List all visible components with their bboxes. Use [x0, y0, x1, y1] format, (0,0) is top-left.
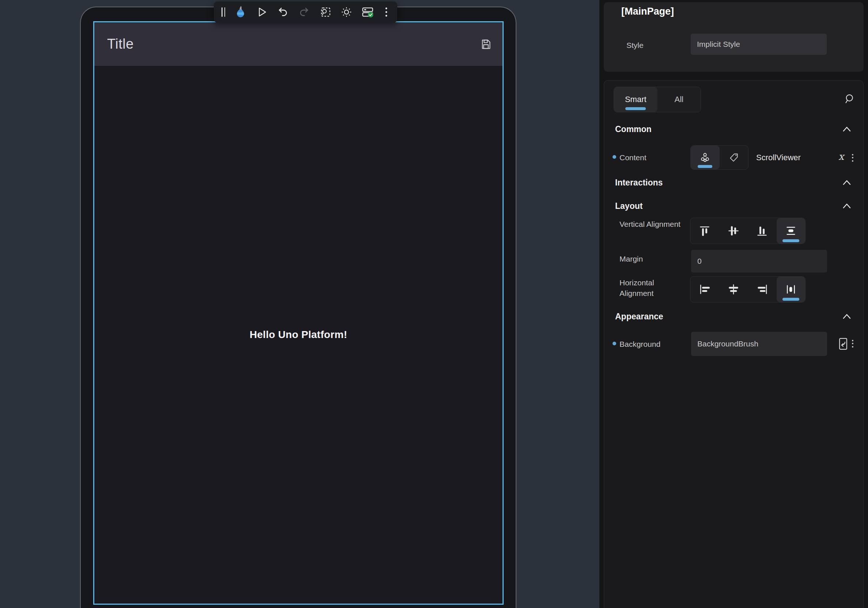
more-options-icon[interactable] — [382, 4, 391, 20]
vertical-alignment-label: Vertical Alignment — [620, 219, 682, 229]
content-editor-toggle — [690, 145, 749, 170]
collapse-layout-chevron-icon[interactable] — [840, 201, 854, 211]
valign-stretch-button[interactable] — [777, 218, 806, 244]
save-icon[interactable] — [480, 39, 491, 50]
content-value[interactable]: ScrollViewer — [756, 153, 801, 162]
content-editor-tag-button[interactable] — [720, 146, 749, 169]
content-label: Content — [620, 152, 646, 163]
tab-smart-label: Smart — [625, 95, 646, 104]
tab-all[interactable]: All — [657, 87, 701, 112]
property-filter-tabs: Smart All — [614, 87, 701, 112]
horizontal-alignment-label: Horizontal Alignment — [620, 277, 682, 299]
margin-label: Margin — [620, 253, 643, 264]
tab-active-indicator — [625, 107, 646, 110]
hot-design-toolbar[interactable] — [214, 2, 397, 23]
halign-center-button[interactable] — [719, 277, 748, 302]
app-title-bar[interactable]: Title — [94, 22, 502, 66]
server-status-icon[interactable] — [361, 4, 375, 20]
collapse-common-chevron-icon[interactable] — [840, 124, 854, 135]
halign-active-indicator — [783, 298, 799, 301]
valign-center-button[interactable] — [719, 218, 748, 244]
greeting-textblock[interactable]: Hello Uno Platform! — [250, 329, 347, 341]
app-title-text: Title — [107, 36, 134, 52]
theme-toggle-icon[interactable] — [339, 4, 353, 20]
background-input[interactable]: BackgroundBrush — [691, 332, 827, 356]
properties-sections: Smart All Common Content — [604, 80, 863, 608]
content-modified-indicator — [612, 155, 616, 159]
background-resource-icon[interactable] — [837, 336, 850, 352]
background-more-options-icon[interactable] — [848, 337, 857, 350]
tab-all-label: All — [675, 95, 684, 104]
background-modified-indicator — [612, 342, 616, 345]
properties-panel: [MainPage] Style Implicit Style Smart Al… — [599, 0, 868, 608]
margin-input[interactable]: 0 — [691, 250, 827, 272]
content-editor-active-indicator — [698, 165, 712, 168]
selected-page-preview[interactable]: Title Hello Uno Platform! — [93, 21, 504, 605]
content-binding-x-icon[interactable]: x — [839, 151, 844, 162]
section-interactions: Interactions — [615, 178, 663, 188]
content-editor-hierarchy-button[interactable] — [691, 146, 720, 169]
selected-element-name: [MainPage] — [621, 6, 674, 17]
inspect-element-icon[interactable] — [318, 4, 332, 20]
undo-button[interactable] — [276, 4, 290, 20]
page-content-area[interactable]: Hello Uno Platform! — [94, 66, 502, 603]
hot-design-flame-icon[interactable] — [234, 4, 247, 20]
tab-smart[interactable]: Smart — [614, 87, 657, 112]
toolbar-drag-handle-icon[interactable] — [220, 4, 226, 20]
style-input[interactable]: Implicit Style — [691, 34, 827, 55]
play-button[interactable] — [255, 4, 269, 20]
selected-element-card: [MainPage] Style Implicit Style — [604, 2, 863, 72]
valign-bottom-button[interactable] — [748, 218, 777, 244]
vertical-alignment-group — [690, 218, 806, 244]
redo-button[interactable] — [297, 4, 311, 20]
halign-right-button[interactable] — [748, 277, 777, 302]
background-label: Background — [620, 339, 660, 349]
valign-top-button[interactable] — [690, 218, 719, 244]
section-common: Common — [615, 124, 652, 134]
collapse-interactions-chevron-icon[interactable] — [840, 177, 854, 188]
horizontal-alignment-group — [690, 276, 806, 303]
style-label: Style — [626, 41, 643, 50]
design-canvas[interactable]: Title Hello Uno Platform! — [0, 0, 599, 608]
section-appearance: Appearance — [615, 312, 663, 322]
content-more-options-icon[interactable] — [848, 151, 857, 164]
section-layout: Layout — [615, 201, 643, 211]
collapse-appearance-chevron-icon[interactable] — [840, 311, 854, 322]
valign-active-indicator — [783, 239, 799, 242]
halign-stretch-button[interactable] — [777, 277, 806, 302]
halign-left-button[interactable] — [690, 277, 719, 302]
search-properties-button[interactable] — [841, 91, 857, 107]
